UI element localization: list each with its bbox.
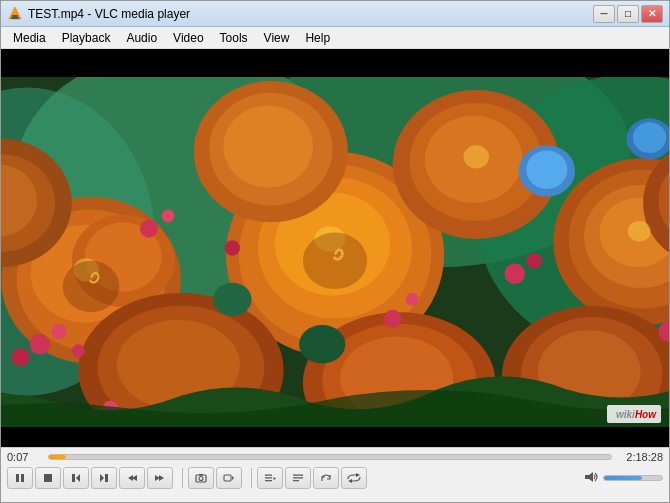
menu-bar: Media Playback Audio Video Tools View He… <box>1 27 669 49</box>
skip-back-button[interactable] <box>119 467 145 489</box>
svg-marker-96 <box>356 473 360 477</box>
svg-rect-73 <box>16 474 19 482</box>
menu-media[interactable]: Media <box>5 29 54 47</box>
controls-bar: 0:07 2:18:28 <box>1 447 669 502</box>
svg-marker-76 <box>76 474 80 482</box>
svg-rect-89 <box>265 475 272 476</box>
svg-rect-77 <box>72 474 75 482</box>
svg-point-45 <box>72 344 85 357</box>
separator-2 <box>251 468 252 488</box>
watermark: wikiHow <box>607 405 661 423</box>
playlist-button[interactable] <box>257 467 283 489</box>
svg-marker-97 <box>348 479 352 483</box>
volume-controls <box>584 470 663 487</box>
volume-bar[interactable] <box>603 475 663 481</box>
svg-rect-87 <box>224 475 231 481</box>
menu-help[interactable]: Help <box>297 29 338 47</box>
wikihow-text: wikiHow <box>616 409 656 420</box>
svg-point-60 <box>526 150 567 189</box>
video-frame <box>1 49 669 447</box>
svg-rect-94 <box>293 477 303 478</box>
volume-fill <box>604 476 642 480</box>
restore-button[interactable]: □ <box>617 5 639 23</box>
skip-fwd-button[interactable] <box>147 467 173 489</box>
menu-tools[interactable]: Tools <box>212 29 256 47</box>
menu-view[interactable]: View <box>256 29 298 47</box>
prev-button[interactable] <box>63 467 89 489</box>
svg-rect-1 <box>12 15 18 17</box>
svg-point-49 <box>384 310 402 328</box>
window-controls: ─ □ ✕ <box>593 5 663 23</box>
svg-point-44 <box>11 348 29 366</box>
svg-point-22 <box>223 105 313 187</box>
svg-rect-91 <box>265 480 272 481</box>
svg-point-66 <box>299 325 345 364</box>
buttons-row <box>7 467 663 489</box>
svg-rect-2 <box>11 17 19 19</box>
extended-button[interactable] <box>285 467 311 489</box>
vlc-window: TEST.mp4 - VLC media player ─ □ ✕ Media … <box>0 0 670 503</box>
media-controls <box>188 467 242 489</box>
title-bar: TEST.mp4 - VLC media player ─ □ ✕ <box>1 1 669 27</box>
progress-row: 0:07 2:18:28 <box>7 451 663 463</box>
svg-point-65 <box>213 283 252 316</box>
svg-marker-78 <box>100 474 104 482</box>
svg-point-46 <box>140 220 158 238</box>
letterbox-top <box>1 49 669 77</box>
vlc-icon <box>7 6 23 22</box>
menu-video[interactable]: Video <box>165 29 211 47</box>
ab-repeat-button[interactable] <box>313 467 339 489</box>
svg-point-51 <box>504 263 525 284</box>
svg-point-42 <box>29 334 50 355</box>
pause-button[interactable] <box>7 467 33 489</box>
svg-point-62 <box>633 122 666 153</box>
svg-point-50 <box>406 293 419 306</box>
svg-rect-90 <box>265 477 272 478</box>
next-button[interactable] <box>91 467 117 489</box>
svg-marker-88 <box>232 476 234 480</box>
menu-audio[interactable]: Audio <box>118 29 165 47</box>
svg-point-72 <box>63 261 119 312</box>
svg-rect-79 <box>105 474 108 482</box>
svg-marker-98 <box>585 472 593 482</box>
letterbox-bottom <box>1 427 669 447</box>
close-button[interactable]: ✕ <box>641 5 663 23</box>
svg-rect-86 <box>199 474 203 476</box>
svg-rect-75 <box>44 474 52 482</box>
loop-button[interactable] <box>341 467 367 489</box>
svg-point-52 <box>526 253 541 268</box>
video-content <box>1 49 669 447</box>
volume-icon[interactable] <box>584 470 600 487</box>
extra-controls <box>257 467 367 489</box>
svg-point-47 <box>162 209 175 222</box>
svg-point-85 <box>199 477 203 481</box>
window-title: TEST.mp4 - VLC media player <box>28 7 593 21</box>
progress-fill <box>49 455 66 459</box>
minimize-button[interactable]: ─ <box>593 5 615 23</box>
svg-point-69 <box>463 145 489 168</box>
svg-marker-92 <box>274 477 277 480</box>
separator-1 <box>182 468 183 488</box>
stop-button[interactable] <box>35 467 61 489</box>
total-time: 2:18:28 <box>618 451 663 463</box>
svg-rect-93 <box>293 475 303 476</box>
menu-playback[interactable]: Playback <box>54 29 119 47</box>
svg-point-48 <box>225 240 240 255</box>
transport-controls <box>7 467 173 489</box>
svg-rect-95 <box>293 480 299 481</box>
svg-point-71 <box>303 233 367 289</box>
svg-point-43 <box>51 324 66 339</box>
video-area[interactable]: wikiHow <box>1 49 669 447</box>
svg-rect-74 <box>21 474 24 482</box>
progress-track[interactable] <box>48 454 612 460</box>
svg-point-70 <box>628 221 651 242</box>
snapshot-button[interactable] <box>188 467 214 489</box>
record-button[interactable] <box>216 467 242 489</box>
current-time: 0:07 <box>7 451 42 463</box>
